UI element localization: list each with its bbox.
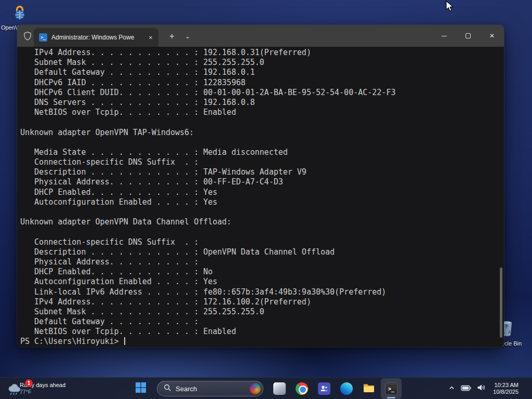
- terminal-line: DHCPv6 Client DUID. . . . . . . . : 00-0…: [20, 88, 499, 98]
- terminal-line: Subnet Mask . . . . . . . . . . . : 255.…: [20, 307, 499, 317]
- new-tab-button[interactable]: +: [165, 30, 179, 43]
- terminal-line: Subnet Mask . . . . . . . . . . . : 255.…: [20, 58, 499, 68]
- terminal-text-cursor: [124, 337, 125, 345]
- taskbar: 1 Rainy days ahead 77°F: [0, 377, 532, 399]
- windows-logo-icon: [135, 382, 147, 395]
- tab-dropdown-icon[interactable]: ⌄: [181, 30, 194, 43]
- weather-temperature: 77°F: [20, 389, 65, 395]
- terminal-output: IPv4 Address. . . . . . . . . . . : 192.…: [20, 48, 499, 337]
- search-label: Search: [176, 385, 245, 393]
- widgets-weather-button[interactable]: 1 Rainy days ahead 77°F: [1, 378, 70, 399]
- notification-badge: 1: [25, 379, 33, 387]
- teams-icon: [318, 382, 330, 395]
- clock-date: 10/8/2025: [493, 389, 518, 396]
- terminal-line: [20, 138, 499, 148]
- terminal-line: IPv4 Address. . . . . . . . . . . : 172.…: [20, 297, 499, 307]
- terminal-line: Connection-specific DNS Suffix . :: [20, 157, 499, 167]
- taskbar-clock[interactable]: 10:23 AM 10/8/2025: [493, 382, 518, 396]
- terminal-line: Connection-specific DNS Suffix . :: [20, 237, 499, 247]
- terminal-prompt: PS C:\Users\Hiroyuki>: [20, 337, 124, 346]
- terminal-line: NetBIOS over Tcpip. . . . . . . . : Enab…: [20, 327, 499, 337]
- copilot-icon: [273, 382, 286, 395]
- search-daily-art-icon: [249, 383, 261, 394]
- terminal-line: Link-local IPv6 Address . . . . . : fe80…: [20, 287, 499, 297]
- clock-time: 10:23 AM: [495, 382, 518, 389]
- taskbar-app-terminal[interactable]: >_: [381, 378, 402, 399]
- terminal-prompt-line: PS C:\Users\Hiroyuki>: [20, 337, 499, 347]
- terminal-line: Physical Address. . . . . . . . . :: [20, 257, 499, 267]
- terminal-line: Description . . . . . . . . . . . : TAP-…: [20, 167, 499, 177]
- minimize-icon: [442, 36, 447, 36]
- terminal-line: Autoconfiguration Enabled . . . . : Yes: [20, 197, 499, 207]
- edge-icon: [340, 382, 353, 395]
- weather-cloud-icon: [6, 384, 22, 398]
- chrome-icon: [296, 382, 308, 395]
- terminal-line: [20, 227, 499, 237]
- taskbar-app-teams[interactable]: [314, 378, 335, 399]
- close-button[interactable]: ✕: [480, 25, 504, 47]
- terminal-window: >_ Administrator: Windows Powe ✕ + ⌄ ✕ I…: [17, 25, 504, 347]
- taskbar-app-file-explorer[interactable]: [358, 378, 379, 399]
- desktop: OpenVPN GUI Recycle Bin >_ Administrator…: [0, 0, 532, 399]
- maximize-button[interactable]: [456, 25, 480, 47]
- file-explorer-icon: [363, 381, 375, 396]
- tab-title: Administrator: Windows Powe: [51, 34, 142, 41]
- shield-icon: [23, 31, 32, 43]
- terminal-line: Unknown adapter OpenVPN Data Channel Off…: [20, 217, 499, 227]
- terminal-body[interactable]: IPv4 Address. . . . . . . . . . . : 192.…: [17, 47, 504, 347]
- mouse-pointer: [445, 1, 455, 15]
- terminal-line: [20, 117, 499, 127]
- terminal-line: Physical Address. . . . . . . . . : 00-F…: [20, 177, 499, 187]
- window-titlebar[interactable]: >_ Administrator: Windows Powe ✕ + ⌄ ✕: [17, 25, 504, 47]
- tab-powershell[interactable]: >_ Administrator: Windows Powe ✕: [34, 28, 158, 47]
- terminal-line: Autoconfiguration Enabled . . . . : Yes: [20, 277, 499, 287]
- tab-close-icon[interactable]: ✕: [146, 33, 155, 42]
- maximize-icon: [466, 33, 471, 38]
- terminal-line: DNS Servers . . . . . . . . . . . : 192.…: [20, 98, 499, 108]
- taskbar-app-edge[interactable]: [336, 378, 357, 399]
- terminal-line: [20, 207, 499, 217]
- terminal-line: Default Gateway . . . . . . . . . :: [20, 317, 499, 327]
- battery-icon[interactable]: [461, 384, 471, 393]
- taskbar-app-chrome[interactable]: [291, 378, 312, 399]
- search-icon: [164, 384, 171, 394]
- terminal-line: DHCP Enabled. . . . . . . . . . . : No: [20, 267, 499, 277]
- powershell-icon: >_: [39, 33, 47, 42]
- taskbar-app-copilot[interactable]: [269, 378, 290, 399]
- terminal-line: Default Gateway . . . . . . . . . : 192.…: [20, 68, 499, 77]
- terminal-line: NetBIOS over Tcpip. . . . . . . . : Enab…: [20, 108, 499, 117]
- terminal-icon: >_: [385, 382, 397, 395]
- terminal-line: DHCP Enabled. . . . . . . . . . . : Yes: [20, 188, 499, 197]
- terminal-line: Description . . . . . . . . . . . : Open…: [20, 247, 499, 257]
- openvpn-icon: [11, 4, 28, 23]
- terminal-line: IPv4 Address. . . . . . . . . . . : 192.…: [20, 48, 499, 58]
- minimize-button[interactable]: [432, 25, 456, 47]
- terminal-line: Media State . . . . . . . . . . . : Medi…: [20, 148, 499, 157]
- search-input[interactable]: Search: [157, 381, 263, 396]
- terminal-line: DHCPv6 IAID . . . . . . . . . . . : 1228…: [20, 78, 499, 88]
- hidden-icons-chevron[interactable]: [448, 384, 455, 393]
- terminal-line: Unknown adapter OpenVPN TAP-Windows6:: [20, 128, 499, 138]
- volume-icon[interactable]: [477, 384, 486, 393]
- terminal-scrollbar-thumb[interactable]: [500, 268, 502, 338]
- start-button[interactable]: [130, 378, 151, 399]
